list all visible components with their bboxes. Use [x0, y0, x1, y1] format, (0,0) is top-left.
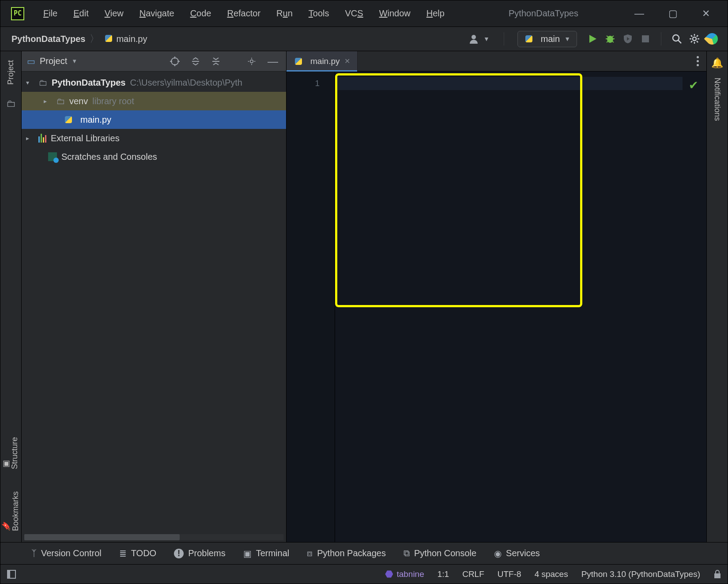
close-tab-icon[interactable]: ✕	[344, 57, 350, 65]
project-header-label: Project	[40, 56, 67, 66]
settings-button[interactable]	[688, 34, 701, 44]
select-opened-file-button[interactable]	[167, 57, 182, 66]
menu-tools[interactable]: Tools	[301, 8, 337, 19]
line-number-gutter: 1	[287, 72, 335, 542]
tool-settings-button[interactable]	[245, 57, 259, 66]
tool-terminal[interactable]: ▣Terminal	[243, 548, 290, 559]
close-button[interactable]: ✕	[702, 8, 710, 19]
menu-file[interactable]: File	[35, 8, 65, 19]
tabs-more-button[interactable]	[689, 51, 706, 71]
inspection-ok-icon[interactable]: ✔	[689, 79, 698, 92]
svg-line-16	[691, 35, 692, 37]
structure-icon: ▣	[3, 460, 10, 469]
project-tree[interactable]: ▾ 🗀 PythonDataTypes C:\Users\yilma\Deskt…	[22, 72, 286, 534]
tool-structure-tab[interactable]: ▣Structure	[3, 433, 19, 474]
svg-line-7	[612, 41, 614, 42]
folder-icon[interactable]: 🗀	[6, 98, 16, 109]
status-caret-position[interactable]: 1:1	[438, 569, 449, 579]
menu-run[interactable]: Run	[268, 8, 301, 19]
folder-icon: 🗀	[38, 78, 47, 88]
branch-icon: ᛉ	[31, 548, 37, 558]
stop-button[interactable]	[639, 34, 652, 43]
vcs-label: Version Control	[41, 548, 102, 558]
horizontal-scrollbar[interactable]	[24, 534, 283, 540]
svg-point-25	[250, 60, 253, 63]
svg-rect-31	[8, 570, 10, 578]
python-file-icon	[294, 57, 303, 66]
tree-main-file[interactable]: main.py	[22, 110, 286, 129]
menu-code[interactable]: Code	[182, 8, 219, 19]
run-with-coverage-button[interactable]	[621, 34, 634, 44]
menu-view[interactable]: View	[97, 8, 132, 19]
status-tabnine[interactable]: tabnine	[385, 569, 424, 579]
title-bar: PC File Edit View Navigate Code Refactor…	[0, 0, 728, 27]
venv-name: venv	[69, 96, 88, 106]
project-view-selector[interactable]: ▭ Project ▼	[27, 56, 77, 67]
code-body[interactable]	[335, 72, 706, 542]
chevron-down-icon: ▾	[26, 79, 34, 86]
tree-project-root[interactable]: ▾ 🗀 PythonDataTypes C:\Users\yilma\Deskt…	[22, 73, 286, 92]
maximize-button[interactable]: ▢	[668, 8, 678, 19]
folder-icon: 🗀	[56, 96, 65, 106]
window-controls: — ▢ ✕	[634, 8, 728, 19]
breadcrumb-root[interactable]: PythonDataTypes	[11, 34, 85, 44]
separator	[234, 55, 234, 68]
tool-problems[interactable]: !Problems	[174, 548, 225, 558]
chevron-down-icon: ▼	[72, 58, 77, 64]
hide-tool-button[interactable]: —	[265, 55, 281, 68]
status-indent[interactable]: 4 spaces	[535, 569, 568, 579]
title-project-name: PythonDataTypes	[453, 8, 634, 19]
menu-vcs[interactable]: VCS	[337, 8, 371, 19]
tree-venv[interactable]: ▸ 🗀 venv library root	[22, 92, 286, 110]
tool-windows-toggle[interactable]	[7, 569, 16, 579]
svg-rect-8	[642, 35, 649, 42]
bookmarks-label: Bookmarks	[11, 491, 20, 531]
status-interpreter[interactable]: Python 3.10 (PythonDataTypes)	[581, 569, 700, 579]
status-line-separator[interactable]: CRLF	[462, 569, 484, 579]
tool-project-tab[interactable]: Project	[6, 56, 15, 89]
notifications-bell-icon[interactable]: 🔔	[711, 57, 723, 69]
search-icon	[671, 34, 682, 44]
menu-help[interactable]: Help	[419, 8, 453, 19]
breadcrumbs: PythonDataTypes 〉 main.py	[0, 32, 147, 45]
current-line-highlight	[335, 77, 683, 90]
separator	[661, 32, 661, 45]
editor-tab-main[interactable]: main.py ✕	[287, 51, 358, 71]
tree-external-libraries[interactable]: ▸ External Libraries	[22, 129, 286, 147]
collapse-all-button[interactable]	[209, 57, 223, 66]
target-icon	[170, 57, 180, 66]
services-label: Services	[506, 548, 540, 558]
menu-window[interactable]: Window	[371, 8, 419, 19]
run-button[interactable]	[586, 34, 599, 44]
breadcrumb-file[interactable]: main.py	[104, 34, 147, 44]
svg-line-10	[678, 40, 681, 43]
search-everywhere-button[interactable]	[670, 34, 683, 44]
code-editor[interactable]: 1 ✔	[287, 72, 706, 542]
menu-edit[interactable]: Edit	[65, 8, 96, 19]
tool-version-control[interactable]: ᛉVersion Control	[31, 548, 102, 558]
editor-tabs: main.py ✕	[287, 51, 706, 72]
tool-services[interactable]: ◉Services	[494, 548, 540, 559]
lock-icon	[713, 570, 721, 579]
tool-todo[interactable]: ≣TODO	[119, 548, 156, 559]
jetbrains-toolbox-button[interactable]	[705, 33, 719, 45]
tree-scratches[interactable]: Scratches and Consoles	[22, 147, 286, 166]
bookmark-icon: 🔖	[1, 521, 11, 531]
tool-python-console[interactable]: ⧉Python Console	[404, 548, 476, 558]
chevron-right-icon: ▸	[44, 98, 52, 105]
status-encoding[interactable]: UTF-8	[498, 569, 521, 579]
menu-navigate[interactable]: Navigate	[132, 8, 182, 19]
tool-bookmarks-tab[interactable]: 🔖Bookmarks	[1, 487, 20, 535]
expand-all-button[interactable]	[189, 57, 203, 66]
minimize-button[interactable]: —	[634, 8, 644, 19]
menu-refactor[interactable]: Refactor	[219, 8, 268, 19]
debug-button[interactable]	[604, 34, 617, 44]
status-readonly-toggle[interactable]	[713, 570, 721, 579]
run-configuration-selector[interactable]: main ▼	[517, 31, 577, 47]
tool-python-packages[interactable]: ⧈Python Packages	[307, 548, 386, 558]
tool-notifications-tab[interactable]: Notifications	[713, 73, 722, 125]
project-header: ▭ Project ▼ —	[22, 51, 286, 72]
code-with-me-button[interactable]: ▼	[464, 34, 495, 44]
collapse-icon	[211, 57, 220, 66]
main-content: Project 🗀 ▣Structure 🔖Bookmarks ▭ Projec…	[0, 51, 728, 542]
